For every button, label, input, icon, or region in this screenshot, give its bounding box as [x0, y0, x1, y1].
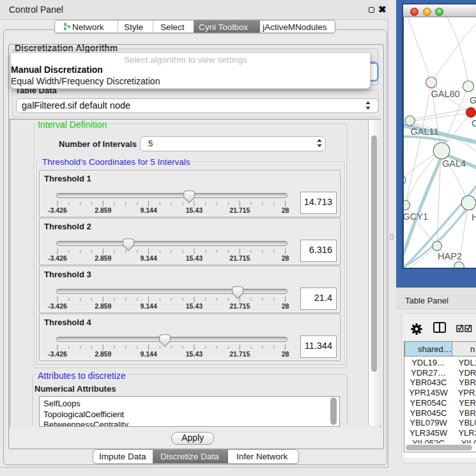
- svg-text:GAL80: GAL80: [431, 89, 460, 99]
- svg-text:GAL11: GAL11: [411, 127, 439, 137]
- svg-text:HAP2: HAP2: [438, 251, 462, 261]
- svg-text:GAL4: GAL4: [442, 158, 466, 169]
- svg-text:CD: CD: [472, 118, 476, 128]
- svg-text:GA: GA: [470, 95, 476, 105]
- svg-text:HIS: HIS: [472, 212, 476, 222]
- svg-text:GCY1: GCY1: [404, 211, 428, 222]
